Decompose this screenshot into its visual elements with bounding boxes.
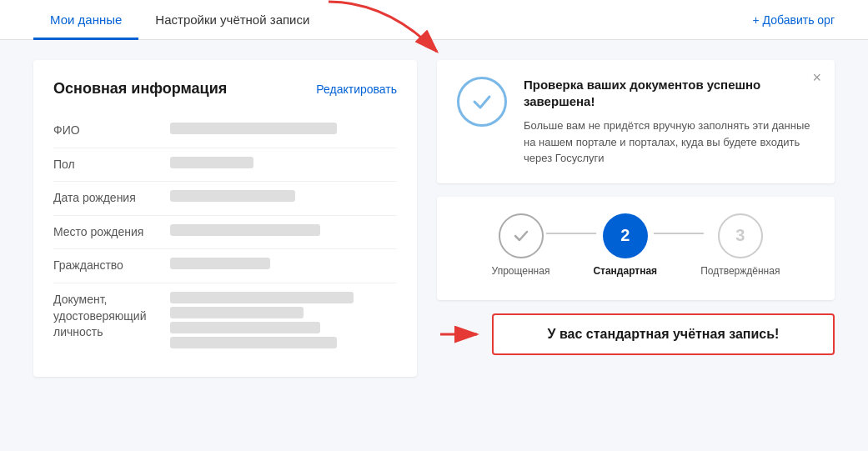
level-connector-1 <box>546 233 596 234</box>
info-row: Дата рождения <box>53 182 397 216</box>
left-panel: Основная информация Редактировать ФИО По… <box>33 60 417 377</box>
verification-desc: Больше вам не придётся вручную заполнять… <box>524 118 815 167</box>
field-value-fio <box>170 123 397 134</box>
verification-text-block: Проверка ваших документов успешно заверш… <box>524 77 815 167</box>
banner-row: У вас стандартная учётная запись! <box>437 313 835 355</box>
blur-bar <box>170 292 354 303</box>
blur-bar <box>170 307 304 318</box>
info-row: Пол <box>53 148 397 183</box>
info-row: ФИО <box>53 114 397 148</box>
edit-link[interactable]: Редактировать <box>316 83 397 96</box>
blur-bar <box>170 123 337 134</box>
section-header: Основная информация Редактировать <box>53 80 397 98</box>
field-label-gender: Пол <box>53 157 170 173</box>
verification-card: × Проверка ваших документов успешно заве… <box>437 60 835 183</box>
field-value-document <box>170 292 397 348</box>
red-arrow-right-icon <box>437 319 487 349</box>
blur-bar <box>170 190 295 202</box>
tab-settings[interactable]: Настройки учётной записи <box>138 1 326 40</box>
level-item-3: 3 Подтверждённая <box>700 213 780 277</box>
blur-bar <box>170 322 320 333</box>
field-label-fio: ФИО <box>53 123 170 139</box>
field-label-birthplace: Место рождения <box>53 224 170 241</box>
level-circle-2: 2 <box>603 213 648 258</box>
levels-row: Упрощенная 2 Стандартная 3 Подтверждён <box>457 213 815 277</box>
verification-wrapper: × Проверка ваших документов успешно заве… <box>437 60 835 183</box>
field-value-birthplace <box>170 224 397 236</box>
info-row: Документ, удостоверяющий личность <box>53 283 397 357</box>
verification-content: Проверка ваших документов успешно заверш… <box>457 77 815 167</box>
verification-title: Проверка ваших документов успешно заверш… <box>524 77 815 109</box>
tab-mydata[interactable]: Мои данные <box>33 1 138 40</box>
header: Мои данные Настройки учётной записи + До… <box>0 0 868 40</box>
field-value-dob <box>170 190 397 202</box>
level-label-3: Подтверждённая <box>700 265 780 277</box>
main-content: Основная информация Редактировать ФИО По… <box>0 40 868 397</box>
field-label-document: Документ, удостоверяющий личность <box>53 292 170 341</box>
add-org-link[interactable]: + Добавить орг <box>752 13 835 27</box>
blur-bar <box>170 157 253 168</box>
level-label-2: Стандартная <box>593 265 657 277</box>
field-value-gender <box>170 157 397 168</box>
field-label-citizenship: Гражданство <box>53 258 170 274</box>
tab-bar: Мои данные Настройки учётной записи <box>33 0 326 39</box>
close-button[interactable]: × <box>812 70 821 85</box>
level-connector-2 <box>654 233 704 234</box>
level-label-1: Упрощенная <box>492 265 550 277</box>
level-item-1: Упрощенная <box>492 213 550 277</box>
blur-bar <box>170 258 270 269</box>
level-item-2: 2 Стандартная <box>593 213 657 277</box>
level-circle-1 <box>499 213 544 258</box>
level-card: Упрощенная 2 Стандартная 3 Подтверждён <box>437 197 835 300</box>
field-value-citizenship <box>170 258 397 269</box>
blur-bar <box>170 224 320 236</box>
right-panel: × Проверка ваших документов успешно заве… <box>437 60 835 377</box>
section-title: Основная информация <box>53 80 227 98</box>
check-circle-icon <box>457 77 507 127</box>
info-row: Место рождения <box>53 216 397 250</box>
page-wrapper: Мои данные Настройки учётной записи + До… <box>0 0 868 451</box>
blur-bar <box>170 337 337 348</box>
level-circle-3: 3 <box>718 213 763 258</box>
bottom-banner: У вас стандартная учётная запись! <box>492 313 835 355</box>
field-label-dob: Дата рождения <box>53 190 170 207</box>
info-row: Гражданство <box>53 249 397 283</box>
